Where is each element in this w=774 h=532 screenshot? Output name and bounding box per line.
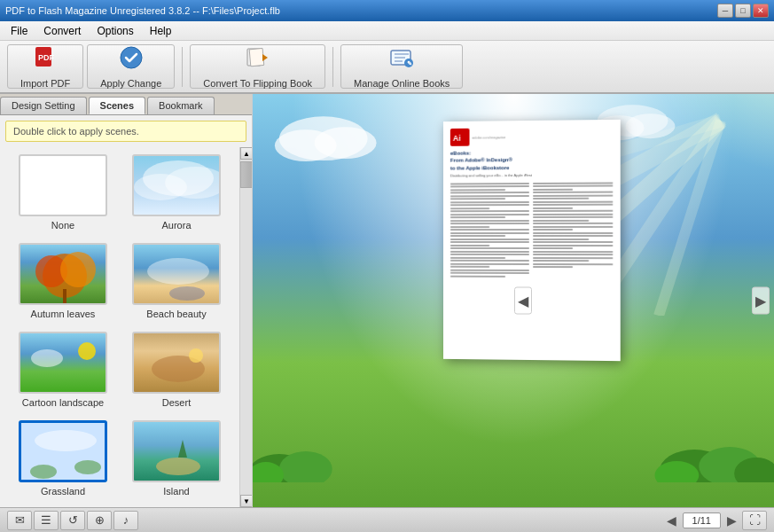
adobe-logo-icon: Ai: [450, 129, 470, 146]
book-text-line: [533, 194, 614, 196]
svg-point-21: [35, 430, 97, 451]
scene-label-none: None: [51, 220, 74, 231]
tab-design-setting[interactable]: Design Setting: [0, 97, 87, 114]
scroll-thumb[interactable]: [240, 161, 252, 188]
manage-label: Manage Online Books: [354, 78, 450, 89]
title-text: PDF to Flash Magazine Unregistered 3.8.2…: [5, 5, 280, 16]
scene-none[interactable]: None: [11, 154, 115, 234]
book-text-line: [533, 192, 614, 193]
menu-file[interactable]: File: [4, 23, 35, 39]
scene-island[interactable]: Island: [124, 420, 229, 500]
scene-cartoon[interactable]: Cartoon landscape: [11, 332, 115, 411]
book-text-line: [450, 263, 529, 265]
book-text-line: [450, 189, 505, 191]
book-text-line: [450, 260, 529, 262]
book-text-line: [450, 232, 529, 234]
tab-scenes[interactable]: Scenes: [89, 97, 146, 114]
book-text-line: [450, 254, 529, 255]
scroll-down-button[interactable]: ▼: [240, 495, 252, 507]
next-page-arrow[interactable]: ▶: [752, 287, 770, 315]
svg-text:PDF: PDF: [38, 53, 55, 62]
svg-point-17: [78, 342, 96, 360]
book-text-line: [533, 251, 614, 253]
toolbar-divider-2: [332, 47, 333, 87]
book-text-line: [450, 195, 529, 197]
scene-thumb-desert: [132, 332, 221, 394]
scene-thumb-grassland: [19, 420, 107, 482]
book-text-line: [533, 247, 573, 249]
scene-label-autumn: Autumn leaves: [31, 309, 96, 319]
scroll-up-button[interactable]: ▲: [240, 147, 252, 160]
nav-prev-button[interactable]: ◀: [663, 511, 681, 530]
apply-icon: [119, 45, 144, 75]
book-text-line: [533, 204, 614, 206]
apply-change-button[interactable]: Apply Change: [87, 44, 175, 89]
scene-autumn[interactable]: Autumn leaves: [11, 243, 115, 323]
apply-label: Apply Change: [100, 78, 161, 89]
book-text-line: [450, 257, 505, 259]
zoom-button[interactable]: ⊕: [87, 511, 112, 530]
book-text-line: [533, 185, 614, 187]
title-bar: PDF to Flash Magazine Unregistered 3.8.2…: [0, 0, 774, 21]
book-text-line: [533, 182, 614, 184]
refresh-button[interactable]: ↺: [60, 511, 85, 530]
svg-point-23: [74, 460, 101, 474]
hint-text: Double click to apply scenes.: [13, 126, 139, 137]
book-text-line: [533, 226, 614, 228]
book-text-line: [450, 251, 529, 253]
tab-bookmark[interactable]: Bookmark: [147, 97, 215, 114]
book-title-text: eBooks:From Adobe® InDesign®to the Apple…: [450, 148, 614, 172]
book-text-line: [450, 201, 529, 203]
convert-icon: [246, 45, 270, 75]
scene-label-beach: Beach beauty: [146, 309, 206, 319]
email-button[interactable]: ✉: [7, 511, 32, 530]
scene-desert[interactable]: Desert: [124, 332, 229, 411]
prev-page-arrow[interactable]: ◀: [514, 287, 532, 315]
scene-label-aurora: Aurora: [161, 220, 191, 231]
book-text-line: [450, 276, 505, 278]
scene-grassland[interactable]: Grassland: [11, 420, 115, 500]
book-text-line: [533, 241, 614, 243]
book-text-line: [450, 266, 489, 268]
svg-text:Ai: Ai: [453, 134, 461, 143]
fullscreen-button[interactable]: ⛶: [742, 511, 767, 530]
book-text-line: [450, 229, 529, 231]
svg-point-15: [147, 258, 209, 285]
scrollbar[interactable]: ▲ ▼: [239, 147, 252, 507]
book-text-line: [533, 263, 614, 265]
scene-aurora[interactable]: Aurora: [124, 154, 229, 234]
layout-button[interactable]: ☰: [34, 511, 59, 530]
book-text-line: [450, 198, 505, 200]
book-logo: Ai adobe.com/magazine: [450, 127, 614, 146]
convert-button[interactable]: Convert To Flipping Book: [190, 44, 325, 89]
book-text-line: [450, 235, 505, 237]
menu-bar: File Convert Options Help: [0, 21, 774, 41]
maximize-button[interactable]: □: [735, 4, 751, 18]
book-text-line: [450, 223, 529, 224]
scene-thumb-beach: [132, 243, 221, 305]
book-text-line: [533, 229, 573, 231]
scene-beach[interactable]: Beach beauty: [124, 243, 229, 323]
menu-help[interactable]: Help: [143, 23, 179, 39]
book-text-line: [450, 207, 489, 209]
book-col-left: [450, 181, 529, 278]
svg-point-33: [315, 127, 377, 159]
close-button[interactable]: ✕: [753, 4, 769, 18]
main-content: Design Setting Scenes Bookmark Double cl…: [0, 94, 774, 507]
import-pdf-button[interactable]: PDF Import PDF: [7, 44, 83, 89]
scene-thumb-autumn: [19, 243, 107, 305]
minimize-button[interactable]: ─: [717, 4, 733, 18]
svg-point-20: [189, 348, 203, 363]
page-indicator: 1/11: [683, 512, 721, 528]
audio-button[interactable]: ♪: [113, 511, 138, 530]
svg-point-18: [31, 349, 63, 367]
manage-icon: ✎: [389, 45, 414, 75]
menu-convert[interactable]: Convert: [36, 23, 88, 39]
menu-options[interactable]: Options: [90, 23, 140, 39]
manage-online-button[interactable]: ✎ Manage Online Books: [340, 44, 463, 89]
book-text-line: [533, 254, 614, 255]
book-text-line: [450, 214, 529, 215]
nav-next-button[interactable]: ▶: [723, 511, 740, 530]
book-text-line: [533, 207, 573, 209]
svg-point-36: [626, 113, 676, 138]
